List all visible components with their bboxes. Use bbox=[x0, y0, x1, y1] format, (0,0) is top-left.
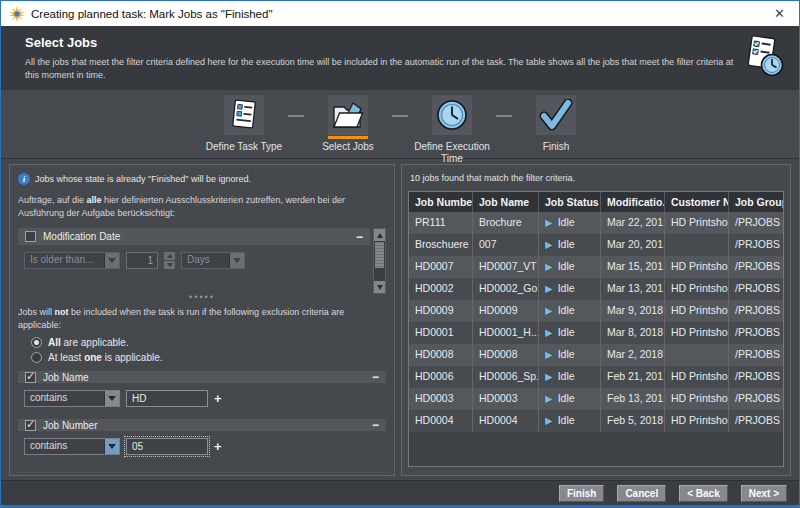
active-step-underline bbox=[328, 136, 368, 139]
criterion-header-job-name[interactable]: ✓ Job Name − bbox=[18, 371, 386, 383]
cancel-button[interactable]: Cancel bbox=[617, 485, 666, 502]
table-row[interactable]: HD0002HD0002_Go...▶IdleMar 13, 201...HD … bbox=[409, 278, 783, 300]
table-cell: HD Printshop bbox=[665, 388, 729, 410]
table-cell: Feb 5, 2018 ... bbox=[601, 410, 665, 432]
page-header: Select Jobs All the jobs that meet the f… bbox=[1, 26, 799, 90]
table-row[interactable]: Broschuere007▶IdleMar 20, 201.../PRJOBS bbox=[409, 234, 783, 256]
table-cell bbox=[665, 344, 729, 366]
table-row[interactable]: HD0003HD0003▶IdleFeb 13, 201...HD Prints… bbox=[409, 388, 783, 410]
table-row[interactable]: HD0001HD0001_H...▶IdleMar 8, 2018 ...HD … bbox=[409, 322, 783, 344]
checkbox-checked-icon[interactable]: ✓ bbox=[25, 372, 36, 383]
amount-input[interactable] bbox=[126, 252, 158, 269]
add-condition-button[interactable]: + bbox=[214, 440, 222, 453]
column-header[interactable]: Job Name bbox=[473, 192, 539, 212]
unit-select[interactable]: Days bbox=[181, 252, 245, 269]
collapse-button[interactable]: − bbox=[372, 419, 379, 431]
criterion-header-modification-date[interactable]: ✓ Modification Date − bbox=[18, 228, 370, 245]
close-button[interactable]: ✕ bbox=[764, 1, 795, 26]
jobs-table: Job NumberJob NameJob StatusModificatio.… bbox=[408, 191, 784, 467]
table-cell: HD Printshop bbox=[665, 366, 729, 388]
table-row[interactable]: HD0007HD0007_VT▶IdleMar 15, 201...HD Pri… bbox=[409, 256, 783, 278]
step-select-jobs[interactable]: Select Jobs bbox=[304, 95, 392, 153]
table-cell: Mar 15, 201... bbox=[601, 256, 665, 278]
date-operator-select[interactable]: Is older than... bbox=[24, 252, 120, 269]
table-cell: Feb 21, 201... bbox=[601, 366, 665, 388]
status-text: Idle bbox=[558, 304, 575, 316]
criterion-header-job-number[interactable]: ✓ Job Number − bbox=[18, 419, 386, 431]
column-header[interactable]: Job Status bbox=[539, 192, 601, 212]
finish-button[interactable]: Finish bbox=[559, 485, 604, 502]
spinner-down-icon[interactable] bbox=[164, 261, 175, 269]
checkbox-unchecked-icon[interactable]: ✓ bbox=[25, 231, 36, 242]
idle-status-icon: ▶ bbox=[545, 217, 553, 228]
table-cell: 007 bbox=[473, 234, 539, 256]
table-cell: HD0006_Sp... bbox=[473, 366, 539, 388]
idle-status-icon: ▶ bbox=[545, 327, 553, 338]
table-cell: /PRJOBS bbox=[729, 256, 783, 278]
table-cell: HD Printshop bbox=[665, 300, 729, 322]
table-cell bbox=[665, 234, 729, 256]
step-label: Finish bbox=[543, 141, 570, 153]
table-row[interactable]: HD0006HD0006_Sp...▶IdleFeb 21, 201...HD … bbox=[409, 366, 783, 388]
table-cell: /PRJOBS bbox=[729, 388, 783, 410]
table-cell: HD0007_VT bbox=[473, 256, 539, 278]
step-define-execution-time[interactable]: Define Execution Time bbox=[408, 95, 496, 164]
idle-status-icon: ▶ bbox=[545, 305, 553, 316]
collapse-button[interactable]: − bbox=[356, 231, 363, 243]
scroll-down-icon[interactable] bbox=[374, 281, 385, 293]
status-text: Idle bbox=[558, 238, 575, 250]
spinner-up-icon[interactable] bbox=[164, 252, 175, 260]
jobs-found-summary: 10 jobs found that match the filter crit… bbox=[410, 173, 782, 183]
window-title: Creating planned task: Mark Jobs as "Fin… bbox=[31, 8, 758, 20]
table-cell: HD Printshop bbox=[665, 410, 729, 432]
table-cell: ▶Idle bbox=[539, 388, 601, 410]
idle-status-icon: ▶ bbox=[545, 371, 553, 382]
job-name-controls: contains + bbox=[18, 383, 386, 415]
job-number-operator-select[interactable]: contains bbox=[24, 438, 120, 455]
table-cell: /PRJOBS bbox=[729, 278, 783, 300]
scrollbar-thumb[interactable] bbox=[375, 242, 384, 268]
back-button[interactable]: < Back bbox=[679, 485, 728, 502]
job-name-operator-select[interactable]: contains bbox=[24, 390, 120, 407]
job-number-value-input[interactable] bbox=[126, 438, 208, 455]
button-bar: Finish Cancel < Back Next > bbox=[1, 480, 799, 505]
task-type-icon bbox=[224, 95, 264, 135]
radio-all-applicable[interactable]: All are applicable. bbox=[31, 337, 386, 348]
amount-stepper[interactable] bbox=[164, 252, 175, 269]
table-cell: HD0007 bbox=[409, 256, 473, 278]
table-cell: HD0001_H... bbox=[473, 322, 539, 344]
table-row[interactable]: HD0009HD0009▶IdleMar 9, 2018 ...HD Print… bbox=[409, 300, 783, 322]
column-header[interactable]: Customer N... bbox=[665, 192, 729, 212]
column-header[interactable]: Job Group bbox=[729, 192, 783, 212]
idle-status-icon: ▶ bbox=[545, 239, 553, 250]
table-cell: Mar 2, 2018 ... bbox=[601, 344, 665, 366]
table-cell: Mar 13, 201... bbox=[601, 278, 665, 300]
add-condition-button[interactable]: + bbox=[214, 392, 222, 405]
table-cell: HD0003 bbox=[473, 388, 539, 410]
column-header[interactable]: Modificatio... bbox=[601, 192, 665, 212]
criteria-scrollbar[interactable] bbox=[373, 228, 386, 294]
table-cell: Brochure bbox=[473, 212, 539, 234]
table-cell: HD0006 bbox=[409, 366, 473, 388]
table-row[interactable]: HD0004HD0004▶IdleFeb 5, 2018 ...HD Print… bbox=[409, 410, 783, 432]
radio-unselected-icon[interactable] bbox=[31, 352, 42, 363]
job-name-value-input[interactable] bbox=[126, 390, 208, 407]
scroll-up-icon[interactable] bbox=[374, 229, 385, 241]
table-cell: HD0009 bbox=[473, 300, 539, 322]
step-define-task-type[interactable]: Define Task Type bbox=[200, 95, 288, 153]
radio-at-least-one[interactable]: At least one is applicable. bbox=[31, 352, 386, 363]
table-cell: /PRJOBS bbox=[729, 410, 783, 432]
checkbox-checked-icon[interactable]: ✓ bbox=[25, 420, 36, 431]
collapse-button[interactable]: − bbox=[372, 371, 379, 383]
table-cell: Mar 8, 2018 ... bbox=[601, 322, 665, 344]
status-text: Idle bbox=[558, 216, 575, 228]
status-text: Idle bbox=[558, 414, 575, 426]
radio-selected-icon[interactable] bbox=[31, 337, 42, 348]
next-button[interactable]: Next > bbox=[741, 485, 787, 502]
table-cell: ▶Idle bbox=[539, 278, 601, 300]
table-row[interactable]: HD0008HD0008▶IdleMar 2, 2018 .../PRJOBS bbox=[409, 344, 783, 366]
step-finish[interactable]: Finish bbox=[512, 95, 600, 153]
german-description: Aufträge, auf die alle hier definierten … bbox=[18, 194, 386, 220]
column-header[interactable]: Job Number bbox=[409, 192, 473, 212]
table-row[interactable]: PR111Brochure▶IdleMar 22, 201...HD Print… bbox=[409, 212, 783, 234]
